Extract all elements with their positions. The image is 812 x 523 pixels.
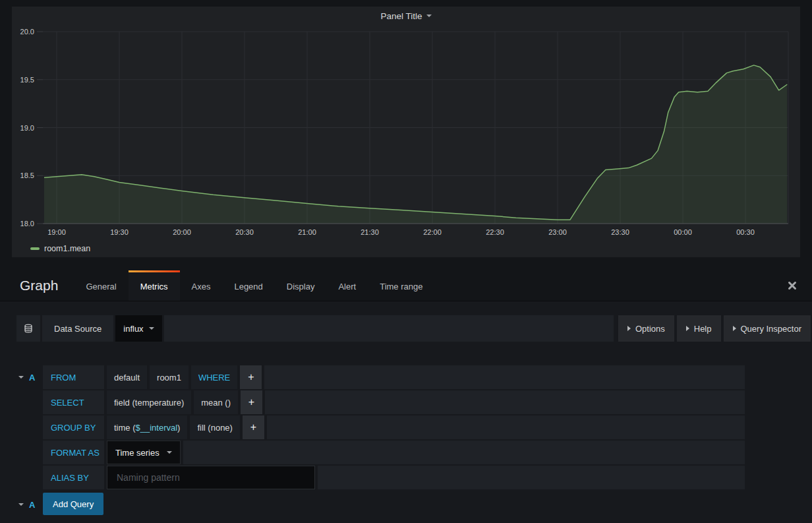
editor-tabbar: Graph General Metrics Axes Legend Displa… xyxy=(0,270,812,301)
collapse-arrow-icon xyxy=(733,326,736,331)
from-measurement-part[interactable]: room1 xyxy=(150,365,188,389)
datasource-select[interactable]: influx xyxy=(115,315,161,342)
where-keyword-part[interactable]: WHERE xyxy=(191,365,237,389)
chevron-down-icon xyxy=(167,451,172,454)
options-button[interactable]: Options xyxy=(618,315,674,342)
svg-text:00:30: 00:30 xyxy=(736,228,755,236)
add-select-part-button[interactable]: + xyxy=(241,390,262,414)
alias-by-label: ALIAS BY xyxy=(43,466,104,489)
select-label: SELECT xyxy=(43,390,104,414)
svg-text:20:00: 20:00 xyxy=(173,228,191,236)
svg-text:23:30: 23:30 xyxy=(611,228,629,236)
close-icon[interactable] xyxy=(787,280,798,291)
chevron-down-icon xyxy=(426,15,432,17)
svg-text:18.0: 18.0 xyxy=(20,220,34,228)
format-as-select[interactable]: Time series xyxy=(107,441,181,464)
query-alias-row: ALIAS BY xyxy=(16,466,745,489)
legend-series-label: room1.mean xyxy=(44,244,90,253)
svg-text:20.0: 20.0 xyxy=(20,28,34,36)
svg-text:22:30: 22:30 xyxy=(486,228,504,236)
svg-text:20:30: 20:30 xyxy=(235,228,254,236)
svg-text:19.5: 19.5 xyxy=(20,76,34,84)
tab-general[interactable]: General xyxy=(74,270,128,301)
from-policy-part[interactable]: default xyxy=(107,365,147,389)
tab-alert[interactable]: Alert xyxy=(326,270,368,301)
tab-axes[interactable]: Axes xyxy=(180,270,223,301)
chevron-down-icon xyxy=(149,327,154,330)
panel-title-menu[interactable]: Panel Title xyxy=(12,7,800,25)
select-field-part[interactable]: field (temperature) xyxy=(107,390,191,414)
panel-title: Panel Title xyxy=(380,11,422,21)
row-filler xyxy=(265,390,745,414)
groupby-time-part[interactable]: time ($__interval) xyxy=(107,415,187,439)
svg-text:19:30: 19:30 xyxy=(110,228,129,236)
panel-type-title: Graph xyxy=(20,278,58,293)
help-button[interactable]: Help xyxy=(677,315,721,342)
groupby-label: GROUP BY xyxy=(43,415,104,439)
chart-legend[interactable]: room1.mean xyxy=(30,244,90,253)
query-format-row: FORMAT AS Time series xyxy=(16,441,745,464)
collapse-arrow-icon xyxy=(627,326,631,331)
groupby-fill-part[interactable]: fill (none) xyxy=(190,415,239,439)
from-label: FROM xyxy=(43,365,104,389)
svg-text:23:00: 23:00 xyxy=(548,228,567,236)
collapse-query-icon[interactable] xyxy=(18,503,24,506)
query-from-row: A FROM default room1 WHERE + xyxy=(16,365,745,389)
add-groupby-part-button[interactable]: + xyxy=(243,415,264,439)
query-ref-letter: A xyxy=(29,373,35,383)
tab-legend[interactable]: Legend xyxy=(222,270,274,301)
interval-variable: $__interval xyxy=(136,423,178,433)
row-filler xyxy=(264,365,745,389)
tab-display[interactable]: Display xyxy=(275,270,327,301)
add-query-button[interactable]: Add Query xyxy=(43,493,103,515)
svg-text:21:00: 21:00 xyxy=(298,228,316,236)
database-icon xyxy=(23,323,34,334)
row-filler xyxy=(318,466,745,489)
datasource-label: Data Source xyxy=(42,315,113,342)
svg-text:00:00: 00:00 xyxy=(674,228,692,236)
time-series-chart: 18.018.519.019.520.019:0019:3020:0020:30… xyxy=(12,25,800,243)
legend-color-swatch xyxy=(30,247,40,250)
svg-text:21:30: 21:30 xyxy=(361,228,379,236)
row-filler xyxy=(267,415,745,439)
query-select-row: SELECT field (temperature) mean () + xyxy=(16,390,745,414)
svg-text:22:00: 22:00 xyxy=(423,228,442,236)
tab-time-range[interactable]: Time range xyxy=(368,270,434,301)
svg-text:18.5: 18.5 xyxy=(20,171,34,179)
add-query-row: A Add Query xyxy=(16,493,745,516)
collapse-query-icon[interactable] xyxy=(18,376,24,379)
datasource-row: Data Source influx Options Help Query In… xyxy=(16,315,811,342)
query-inspector-button[interactable]: Query Inspector xyxy=(724,315,811,342)
query-ref-letter: A xyxy=(29,500,35,510)
tab-metrics[interactable]: Metrics xyxy=(129,270,180,301)
row-filler xyxy=(183,441,745,464)
datasource-icon-cell xyxy=(16,315,40,342)
format-as-label: FORMAT AS xyxy=(43,441,104,464)
metrics-editor: Data Source influx Options Help Query In… xyxy=(0,301,812,523)
datasource-filler xyxy=(164,315,614,342)
add-where-clause-button[interactable]: + xyxy=(240,365,262,389)
svg-text:19.0: 19.0 xyxy=(20,124,34,132)
graph-panel: Panel Title 18.018.519.019.520.019:0019:… xyxy=(12,7,800,257)
select-aggregation-part[interactable]: mean () xyxy=(194,390,238,414)
query-groupby-row: GROUP BY time ($__interval) fill (none) … xyxy=(16,415,745,439)
collapse-arrow-icon xyxy=(686,326,689,331)
svg-text:19:00: 19:00 xyxy=(47,228,66,236)
alias-input[interactable] xyxy=(107,466,315,489)
